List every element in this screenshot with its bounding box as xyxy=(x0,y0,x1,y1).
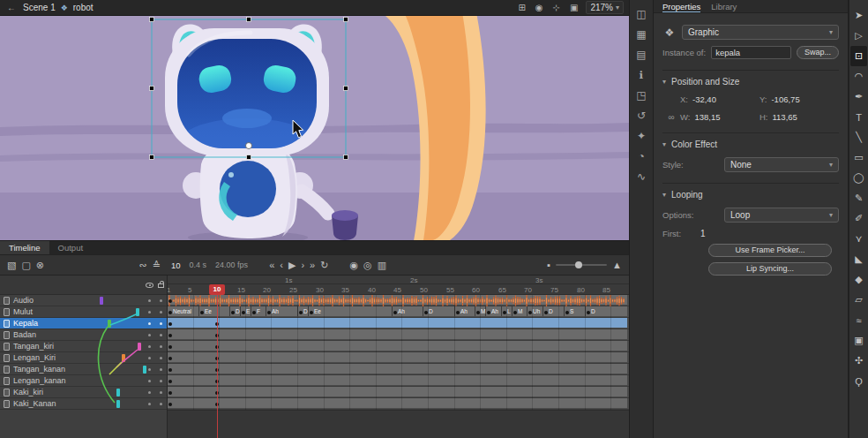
parenting-view-icon[interactable]: ∾ xyxy=(139,255,147,275)
edit-multiple-frames-icon[interactable]: ▥ xyxy=(378,255,386,275)
bone-tool[interactable]: ⋎ xyxy=(850,229,867,249)
edit-symbols-icon[interactable]: ⊞ xyxy=(516,0,527,16)
current-frame-readout[interactable]: 10 xyxy=(171,261,181,270)
keyframe[interactable] xyxy=(544,311,548,314)
position-size-section-header[interactable]: ▾ Position and Size xyxy=(662,70,839,87)
playhead-handle[interactable]: 10 xyxy=(209,284,225,295)
history-panel-icon[interactable]: ↺ xyxy=(632,105,651,125)
frame-rate-readout[interactable]: 24.00 fps xyxy=(215,261,248,269)
frame-span[interactable] xyxy=(168,295,627,305)
layer-item-kaki_kiri[interactable]: Kaki_kiri xyxy=(0,387,167,398)
keyframe[interactable] xyxy=(231,311,235,314)
camera-tool[interactable]: ▣ xyxy=(850,330,867,351)
keyframe[interactable] xyxy=(168,334,172,337)
layer-item-kaki_kanan[interactable]: Kaki_Kanan xyxy=(0,398,167,410)
keyframe[interactable] xyxy=(168,380,172,383)
layer-item-lengan_kiri[interactable]: Lengan_Kiri xyxy=(0,352,167,364)
frame-span[interactable] xyxy=(168,375,627,385)
breadcrumb-scene[interactable]: Scene 1 xyxy=(23,3,56,12)
tab-output[interactable]: Output xyxy=(49,241,93,254)
layer-visibility-dot[interactable] xyxy=(144,299,155,302)
w-value[interactable]: 138,15 xyxy=(694,112,720,122)
keyframe[interactable] xyxy=(168,403,172,406)
pen-tool[interactable]: ✒ xyxy=(850,87,867,107)
frame-row-audio[interactable] xyxy=(168,295,629,306)
keyframe[interactable] xyxy=(565,311,569,314)
text-tool[interactable]: T xyxy=(850,107,867,127)
layer-visibility-dot[interactable] xyxy=(144,345,155,348)
layer-visibility-dot[interactable] xyxy=(144,357,155,359)
frame-row-mulut[interactable]: NeutralEeDEFAhDEeAhDAhMAhLMUhDSD xyxy=(168,306,629,318)
layer-item-tangan_kiri[interactable]: Tangan_kiri xyxy=(0,341,167,352)
back-arrow-icon[interactable]: ← xyxy=(5,0,18,16)
keyframe[interactable] xyxy=(487,311,490,314)
keyframe[interactable] xyxy=(393,311,397,314)
looping-section-header[interactable]: ▾ Looping xyxy=(662,183,839,200)
layer-lock-dot[interactable] xyxy=(155,334,167,336)
keyframe[interactable] xyxy=(200,311,204,314)
keyframe[interactable] xyxy=(424,311,428,314)
camera-icon[interactable]: ◉ xyxy=(534,0,545,16)
delete-layer-icon[interactable]: ⊗ xyxy=(36,255,44,275)
step-back-icon[interactable]: ‹ xyxy=(280,255,283,275)
layer-item-lengan_kanan[interactable]: Lengan_kanan xyxy=(0,375,167,387)
paint-bucket-tool[interactable]: ◣ xyxy=(850,249,867,269)
keyframe[interactable] xyxy=(168,391,172,395)
align-panel-icon[interactable]: ▤ xyxy=(632,44,651,64)
frame-row-lengan_kanan[interactable] xyxy=(168,375,629,387)
layer-item-audio[interactable]: Audio xyxy=(0,295,167,306)
keyframe[interactable] xyxy=(528,311,532,314)
timeline-zoom-slider[interactable] xyxy=(556,264,607,266)
keyframe[interactable] xyxy=(456,311,460,314)
layer-lock-dot[interactable] xyxy=(155,345,167,348)
frame-span[interactable] xyxy=(168,364,627,374)
keyframe[interactable] xyxy=(242,311,245,314)
layer-item-tangan_kanan[interactable]: Tangan_kanan xyxy=(0,364,167,375)
stage-canvas[interactable] xyxy=(0,16,629,240)
center-stage-icon[interactable]: ⊹ xyxy=(551,0,562,16)
clip-content-icon[interactable]: ▣ xyxy=(568,0,580,16)
width-tool[interactable]: ≈ xyxy=(850,310,867,330)
frame-row-kaki_kiri[interactable] xyxy=(168,387,629,398)
color-effect-section-header[interactable]: ▾ Color Effect xyxy=(662,132,839,149)
layer-lock-dot[interactable] xyxy=(155,368,167,371)
step-forward-icon[interactable]: › xyxy=(301,255,304,275)
loop-options-dropdown[interactable]: Loop ▾ xyxy=(724,208,839,223)
onion-skin-outlines-icon[interactable]: ◎ xyxy=(363,255,372,275)
layer-lock-dot[interactable] xyxy=(155,380,167,382)
eyedropper-tool[interactable]: ◆ xyxy=(850,269,867,290)
link-dimensions-icon[interactable]: ∞ xyxy=(662,112,680,122)
transform-panel-icon[interactable]: ◳ xyxy=(632,85,651,105)
lip-syncing-button[interactable]: Lip Syncing... xyxy=(708,262,832,276)
layer-visibility-dot[interactable] xyxy=(144,322,155,325)
keyframe[interactable] xyxy=(513,311,517,314)
onion-skin-icon[interactable]: ◉ xyxy=(349,255,358,275)
layer-visibility-dot[interactable] xyxy=(144,334,155,336)
subselection-tool[interactable]: ▷ xyxy=(850,26,867,46)
selection-tool[interactable]: ➤ xyxy=(850,5,867,26)
loop-icon[interactable]: ↻ xyxy=(320,255,328,275)
tab-properties[interactable]: Properties xyxy=(662,1,700,12)
oval-tool[interactable]: ◯ xyxy=(850,168,867,188)
frame-row-tangan_kanan[interactable] xyxy=(168,364,629,375)
x-value[interactable]: -32,40 xyxy=(692,94,716,104)
layer-item-kepala[interactable]: Kepala xyxy=(0,318,167,329)
keyframe[interactable] xyxy=(267,311,271,314)
keyframe[interactable] xyxy=(587,311,590,314)
keyframe[interactable] xyxy=(168,345,172,349)
play-icon[interactable]: ▶ xyxy=(288,255,296,275)
color-style-dropdown[interactable]: None ▾ xyxy=(724,157,839,172)
free-transform-tool[interactable]: ⊡ xyxy=(850,46,867,66)
keyframe[interactable] xyxy=(252,311,256,314)
h-value[interactable]: 113,65 xyxy=(773,112,797,122)
insert-layer-icon[interactable]: ▧ xyxy=(7,255,16,275)
layer-lock-dot[interactable] xyxy=(155,322,167,325)
layer-visibility-dot[interactable] xyxy=(144,403,155,405)
rectangle-tool[interactable]: ▭ xyxy=(850,147,867,168)
lasso-tool[interactable]: ◠ xyxy=(850,66,867,87)
large-frame-view-icon[interactable]: ▲ xyxy=(612,255,622,275)
grid-panel-icon[interactable]: ▦ xyxy=(632,24,651,44)
keyframe[interactable] xyxy=(503,311,506,314)
layer-visibility-dot[interactable] xyxy=(144,391,155,394)
components-panel-icon[interactable]: ◔ xyxy=(632,146,651,166)
